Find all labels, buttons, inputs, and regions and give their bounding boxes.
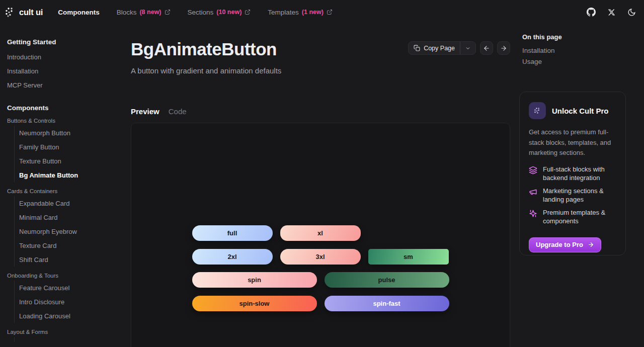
demo-button-spin-slow[interactable]: spin-slow [192,296,317,311]
chevron-down-icon [465,45,471,51]
demo-row: full xl [192,225,449,241]
arrow-left-icon [483,45,490,52]
pro-card-header: Unlock Cult Pro [529,102,616,119]
theme-toggle-icon[interactable] [627,8,636,17]
brand[interactable]: cult ui [4,6,43,18]
on-this-page-title: On this page [522,33,626,41]
sidebar: Getting Started Introduction Installatio… [0,24,127,347]
nav-blocks[interactable]: Blocks (8 new) [117,9,171,16]
pro-feature: Marketing sections & landing pages [529,187,616,204]
nav-templates-label: Templates [268,9,299,16]
sidebar-item-loading-carousel[interactable]: Loading Carousel [19,309,122,323]
nav-blocks-badge: (8 new) [139,9,161,16]
on-this-page: On this page Installation Usage [522,33,626,67]
nav-sections[interactable]: Sections (10 new) [188,9,251,16]
megaphone-icon [529,188,537,204]
pro-feature-list: Full-stack blocks with backend integrati… [529,165,616,226]
pro-feature-text: Full-stack blocks with backend integrati… [543,165,616,183]
pro-feature-text: Premium templates & components [543,208,616,226]
upgrade-to-pro-button[interactable]: Upgrade to Pro [529,237,601,252]
sidebar-item-expandable-card[interactable]: Expandable Card [19,196,122,210]
copy-icon [414,45,420,51]
sidebar-item-introduction[interactable]: Introduction [7,50,122,64]
demo-button-3xl[interactable]: 3xl [280,249,361,265]
layers-icon [529,166,537,183]
nav-components-label: Components [58,9,100,16]
github-icon[interactable] [587,8,596,17]
pro-feature: Full-stack blocks with backend integrati… [529,165,616,183]
sidebar-item-family-button[interactable]: Family Button [19,140,122,154]
main-content: BgAnimateButton A button with gradient a… [131,24,510,347]
sidebar-group-onboarding-tours: Onboarding & Tours [7,273,122,279]
pro-feature: Premium templates & components [529,208,616,226]
sidebar-item-shift-card[interactable]: Shift Card [19,252,122,267]
pro-card-description: Get access to premium full-stack blocks,… [529,127,616,158]
sidebar-item-intro-disclosure[interactable]: Intro Disclosure [19,295,122,309]
sidebar-item-neumorph-eyebrow[interactable]: Neumorph Eyebrow [19,224,122,238]
demo-button-sm[interactable]: sm [368,249,449,265]
demo-button-spin-fast[interactable]: spin-fast [325,296,449,311]
sidebar-item-minimal-card[interactable]: Minimal Card [19,210,122,224]
nav-templates-badge: (1 new) [302,9,324,16]
sidebar-group-items: Feature Carousel Intro Disclosure Loadin… [14,281,122,323]
page-title: BgAnimateButton [131,39,281,59]
sidebar-item-feature-carousel[interactable]: Feature Carousel [19,281,122,295]
pro-card: Unlock Cult Pro Get access to premium fu… [519,92,626,255]
cult-logo-icon [4,6,16,18]
sidebar-heading-components: Components [7,104,122,112]
nav-actions [587,8,636,17]
demo-row: spin-slow spin-fast [192,296,449,311]
toc-usage[interactable]: Usage [522,56,626,67]
preview-code-tabs: Preview Code [131,107,510,116]
demo-row: spin pulse [192,272,449,288]
tab-preview[interactable]: Preview [131,107,159,116]
demo-button-2xl[interactable]: 2xl [192,249,273,265]
sidebar-group-buttons-controls: Buttons & Controls [7,118,122,124]
brand-name: cult ui [19,8,43,17]
sidebar-item-texture-card[interactable]: Texture Card [19,238,122,252]
arrow-right-icon [588,241,594,248]
sidebar-section-getting-started: Getting Started Introduction Installatio… [7,38,122,92]
sidebar-item-installation[interactable]: Installation [7,64,122,78]
top-nav: cult ui Components Blocks (8 new) Sectio… [0,0,644,24]
sidebar-heading-getting-started: Getting Started [7,38,122,46]
toc-installation[interactable]: Installation [522,45,626,56]
nav-components[interactable]: Components [58,9,100,16]
sidebar-group-items: Neumorph Button Family Button Texture Bu… [14,126,122,182]
nav-blocks-label: Blocks [117,9,137,16]
sidebar-item-neumorph-button[interactable]: Neumorph Button [19,126,122,140]
copy-page-button[interactable]: Copy Page [408,41,476,55]
nav-templates[interactable]: Templates (1 new) [268,9,333,16]
demo-button-pulse[interactable]: pulse [325,272,449,288]
demo-button-full[interactable]: full [192,225,273,241]
copy-page-dropdown[interactable] [460,42,475,54]
next-page-button[interactable] [497,41,510,55]
upgrade-to-pro-label: Upgrade to Pro [536,241,583,248]
sidebar-item-mcp-server[interactable]: MCP Server [7,78,122,92]
page-title-block: BgAnimateButton A button with gradient a… [131,39,281,75]
demo-button-xl[interactable]: xl [280,225,361,241]
nav-sections-badge: (10 new) [216,9,242,16]
external-link-icon [165,9,171,15]
sidebar-section-components: Components Buttons & Controls Neumorph B… [7,104,122,342]
copy-page-label: Copy Page [424,45,455,52]
demo-row: 2xl 3xl sm [192,249,449,265]
x-icon[interactable] [608,9,615,16]
preview-panel: full xl 2xl 3xl sm spin pulse spin-slow … [131,123,510,347]
sidebar-item-bg-animate-button[interactable]: Bg Animate Button [19,168,122,182]
demo-button-spin[interactable]: spin [192,272,317,288]
sidebar-item-texture-button[interactable]: Texture Button [19,154,122,168]
demo-button-grid: full xl 2xl 3xl sm spin pulse spin-slow … [192,225,449,311]
prev-page-button[interactable] [480,41,493,55]
copy-page-main[interactable]: Copy Page [409,42,460,54]
sparkles-icon [529,209,537,226]
right-rail: On this page Installation Usage Unlock C… [519,24,626,67]
cult-pro-logo-icon [529,102,546,119]
nav-sections-label: Sections [188,9,214,16]
tab-code[interactable]: Code [169,107,187,116]
page-header: BgAnimateButton A button with gradient a… [131,39,510,75]
sidebar-group-cards-containers: Cards & Containers [7,188,122,194]
page: { "colors": { "badge_pink": "#ec4899", "… [0,0,644,347]
external-link-icon [327,9,333,15]
pro-feature-text: Marketing sections & landing pages [543,187,616,204]
